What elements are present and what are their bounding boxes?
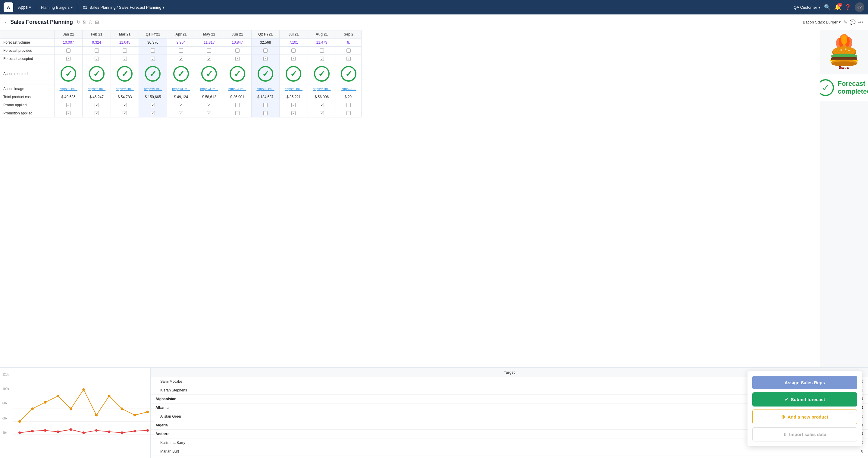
cell-ai-mar[interactable]: https://i.im... [111, 85, 138, 93]
cell-tc-jun[interactable]: $ 26,901 [223, 93, 251, 101]
cell-tc-feb[interactable]: $ 46,247 [83, 93, 111, 101]
checkbox[interactable] [235, 103, 240, 107]
cell-pa-q2[interactable] [251, 101, 279, 109]
cell-fv-may[interactable]: 11,817 [195, 38, 223, 47]
cell-pa-may[interactable] [195, 101, 223, 109]
cell-tc-mar[interactable]: $ 54,783 [111, 93, 138, 101]
checkbox-checked[interactable] [291, 111, 296, 115]
cell-ai-sep[interactable]: https://i.... [336, 85, 362, 93]
checkbox[interactable] [346, 103, 351, 107]
cell-ai-q1[interactable]: https://i.im... [139, 85, 167, 93]
breadcrumb-sales-planning[interactable]: 01. Sales Planning / Sales Forecast Plan… [81, 4, 167, 11]
checkbox[interactable] [66, 48, 70, 53]
checkbox-checked[interactable] [66, 103, 70, 107]
cell-pra-jun[interactable] [223, 109, 251, 118]
user-avatar[interactable]: JV [855, 2, 864, 12]
checkbox[interactable] [263, 48, 268, 53]
cell-fv-aug[interactable]: 11,473 [308, 38, 336, 47]
cell-fa-jul[interactable] [280, 55, 308, 63]
cell-fv-jun[interactable]: 10,847 [223, 38, 251, 47]
cell-fa-jun[interactable] [223, 55, 251, 63]
add-product-button[interactable]: ⊕ Add a new product [752, 410, 857, 424]
cell-fa-may[interactable] [195, 55, 223, 63]
cell-ai-may[interactable]: https://i.im... [195, 85, 223, 93]
checkbox-checked[interactable] [291, 103, 296, 107]
cell-fa-apr[interactable] [167, 55, 195, 63]
search-icon[interactable]: 🔍 [824, 4, 831, 10]
comment-icon[interactable]: 💬 [849, 19, 856, 25]
cell-tc-sep[interactable]: $ 20, [336, 93, 362, 101]
checkbox[interactable] [263, 111, 268, 115]
cell-ai-apr[interactable]: https://i.im... [167, 85, 195, 93]
cell-tc-jul[interactable]: $ 35,221 [280, 93, 308, 101]
checkbox[interactable] [207, 48, 211, 53]
cell-pa-jan[interactable] [55, 101, 83, 109]
checkbox-checked[interactable] [346, 57, 351, 61]
cell-fp-mar[interactable] [111, 47, 138, 55]
back-button[interactable]: ‹ [5, 19, 7, 25]
checkbox-checked[interactable] [320, 111, 324, 115]
expand-icon[interactable]: ⊞ [95, 19, 99, 25]
edit-icon[interactable]: ✎ [843, 19, 847, 25]
cell-fa-aug[interactable] [308, 55, 336, 63]
checkbox[interactable] [235, 48, 240, 53]
cell-fa-q1[interactable] [139, 55, 167, 63]
checkbox-checked[interactable] [320, 57, 324, 61]
customer-selector[interactable]: QA Customer ▾ [794, 5, 820, 10]
cell-fv-jan[interactable]: 10,007 [55, 38, 83, 47]
import-sales-data-button[interactable]: ⬇ Import sales data [752, 427, 857, 441]
cell-ai-q2[interactable]: https://i.im... [251, 85, 279, 93]
checkbox-checked[interactable] [179, 57, 183, 61]
cell-pra-jan[interactable] [55, 109, 83, 118]
assign-sales-reps-button[interactable]: Assign Sales Reps [752, 376, 857, 389]
cell-pa-aug[interactable] [308, 101, 336, 109]
cell-tc-may[interactable]: $ 58,612 [195, 93, 223, 101]
cell-fa-feb[interactable] [83, 55, 111, 63]
cell-fa-mar[interactable] [111, 55, 138, 63]
cell-fa-q2[interactable] [251, 55, 279, 63]
cell-pra-may[interactable] [195, 109, 223, 118]
checkbox-checked[interactable] [123, 103, 127, 107]
checkbox[interactable] [291, 48, 296, 53]
cell-tc-apr[interactable]: $ 49,124 [167, 93, 195, 101]
cell-tc-aug[interactable]: $ 56,906 [308, 93, 336, 101]
checkbox-checked[interactable] [291, 57, 296, 61]
cell-pa-apr[interactable] [167, 101, 195, 109]
checkbox[interactable] [320, 48, 324, 53]
cell-ai-aug[interactable]: https://i.im... [308, 85, 336, 93]
cell-pa-feb[interactable] [83, 101, 111, 109]
cell-pra-jul[interactable] [280, 109, 308, 118]
cell-fa-jan[interactable] [55, 55, 83, 63]
checkbox-checked[interactable] [151, 57, 155, 61]
cell-fp-apr[interactable] [167, 47, 195, 55]
cell-pra-aug[interactable] [308, 109, 336, 118]
cell-fa-sep[interactable] [336, 55, 362, 63]
entity-selector[interactable]: Bacon Stack Burger ▾ [803, 20, 841, 24]
checkbox-checked[interactable] [207, 103, 211, 107]
refresh-icon[interactable]: ↻ [76, 19, 81, 25]
more-icon[interactable]: ••• [858, 20, 863, 25]
cell-fp-feb[interactable] [83, 47, 111, 55]
cell-pa-sep[interactable] [336, 101, 362, 109]
checkbox-checked[interactable] [207, 57, 211, 61]
checkbox[interactable] [346, 48, 351, 53]
cell-fp-jan[interactable] [55, 47, 83, 55]
help-icon[interactable]: ❓ [844, 4, 851, 10]
cell-pra-q2[interactable] [251, 109, 279, 118]
cell-pra-sep[interactable] [336, 109, 362, 118]
cell-pra-mar[interactable] [111, 109, 138, 118]
cell-fp-aug[interactable] [308, 47, 336, 55]
cell-ai-feb[interactable]: https://i.im... [83, 85, 111, 93]
cell-fv-jul[interactable]: 7,101 [280, 38, 308, 47]
checkbox[interactable] [123, 48, 127, 53]
cell-fp-jul[interactable] [280, 47, 308, 55]
checkbox-checked[interactable] [320, 103, 324, 107]
checkbox[interactable] [235, 111, 240, 115]
cell-fv-mar[interactable]: 11,045 [111, 38, 138, 47]
checkbox[interactable] [95, 48, 99, 53]
checkbox-checked[interactable] [95, 103, 99, 107]
checkbox-checked[interactable] [151, 103, 155, 107]
checkbox-checked[interactable] [179, 103, 183, 107]
app-logo[interactable]: A [4, 2, 13, 12]
cell-fv-sep[interactable]: 8, [336, 38, 362, 47]
